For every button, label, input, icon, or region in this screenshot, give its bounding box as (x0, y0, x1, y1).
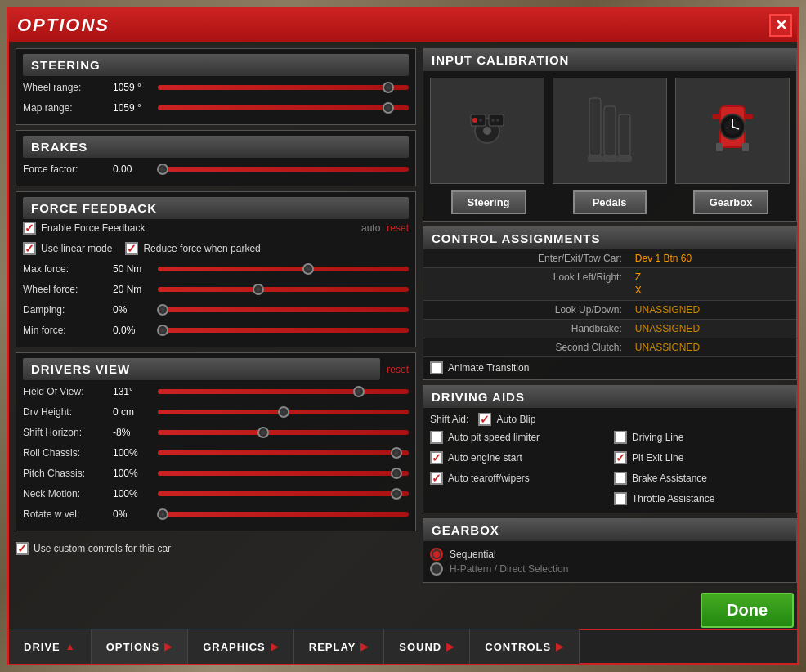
min-force-label: Min force: (23, 325, 113, 336)
shift-horizon-slider[interactable] (158, 430, 409, 435)
drivers-view-header: DRIVERS VIEW (23, 358, 380, 380)
nav-drive[interactable]: DRIVE ▲ (9, 629, 92, 664)
ctrl-name-2: Look Left/Right: (423, 268, 629, 300)
damping-row: Damping: 0% (23, 301, 409, 319)
animate-transition-checkbox[interactable] (430, 361, 443, 374)
wheel-range-slider[interactable] (158, 85, 409, 90)
ff-reset-button[interactable]: reset (387, 222, 409, 234)
max-force-slider[interactable] (158, 267, 409, 271)
pedals-device (553, 78, 667, 184)
map-range-slider[interactable] (158, 105, 409, 110)
animate-transition-label: Animate Transition (448, 362, 529, 374)
neck-motion-label: Neck Motion: (23, 488, 113, 500)
nav-sound[interactable]: SOUND ▶ (384, 629, 470, 664)
auto-pit-checkbox[interactable] (430, 431, 443, 444)
drv-height-value: 0 cm (113, 406, 158, 418)
input-calibration-section: INPUT CALIBRATION (423, 48, 797, 222)
hpattern-radio[interactable] (430, 562, 443, 576)
ctrl-row-2[interactable]: Look Left/Right: ZX (423, 268, 796, 301)
map-range-row: Map range: 1059 ° (23, 99, 409, 117)
pitch-chassis-label: Pitch Chassis: (23, 468, 113, 479)
drv-height-row: Drv Height: 0 cm (23, 403, 409, 421)
min-force-slider[interactable] (158, 328, 409, 333)
neck-motion-slider[interactable] (158, 491, 409, 496)
sequential-radio[interactable] (430, 548, 443, 561)
force-factor-row: Force factor: 0.00 (23, 160, 409, 178)
rotate-vel-slider[interactable] (158, 512, 409, 517)
ctrl-name-3: Look Up/Down: (423, 301, 629, 319)
nav-graphics[interactable]: GRAPHICS ▶ (188, 629, 294, 664)
linear-mode-label: Use linear mode (41, 243, 112, 254)
sequential-row: Sequential (430, 548, 790, 561)
enable-ff-checkbox[interactable]: ✓ (23, 222, 36, 235)
svg-rect-12 (589, 98, 601, 155)
svg-rect-25 (716, 143, 723, 151)
svg-point-11 (496, 119, 499, 122)
pitch-chassis-row: Pitch Chassis: 100% (23, 464, 409, 482)
svg-rect-16 (602, 155, 617, 162)
sound-arrow-icon: ▶ (446, 641, 454, 652)
close-button[interactable]: ✕ (769, 14, 792, 37)
rotate-vel-value: 0% (113, 508, 158, 520)
fov-slider[interactable] (158, 389, 409, 394)
drv-height-slider[interactable] (158, 410, 409, 414)
ctrl-row-5[interactable]: Second Clutch: UNASSIGNED (423, 338, 796, 357)
ctrl-header: CONTROL ASSIGNMENTS (423, 227, 796, 249)
ctrl-row-3[interactable]: Look Up/Down: UNASSIGNED (423, 301, 796, 320)
custom-controls-row: ✓ Use custom controls for this car (16, 539, 416, 558)
pit-exit-label: Pit Exit Line (632, 452, 683, 464)
steering-calib-button[interactable]: Steering (451, 190, 526, 214)
aids-header: DRIVING AIDS (423, 386, 796, 408)
aids-columns: Auto pit speed limiter ✓ Auto engine sta… (430, 428, 790, 508)
auto-reset-row: auto reset (361, 222, 409, 234)
damping-label: Damping: (23, 304, 113, 316)
hpattern-label: H-Pattern / Direct Selection (450, 563, 568, 575)
pit-exit-row: ✓ Pit Exit Line (614, 451, 790, 464)
nav-options[interactable]: OPTIONS ▶ (92, 629, 189, 664)
auto-tearoff-label: Auto tearoff/wipers (448, 473, 530, 484)
min-force-row: Min force: 0.0% (23, 321, 409, 339)
wheel-force-slider[interactable] (158, 287, 409, 292)
nav-options-label: OPTIONS (106, 641, 160, 653)
drivers-reset-button[interactable]: reset (387, 364, 409, 375)
svg-rect-4 (504, 121, 520, 128)
wheel-force-label: Wheel force: (23, 284, 113, 295)
pitch-chassis-slider[interactable] (158, 471, 409, 476)
ctrl-name-1: Enter/Exit/Tow Car: (423, 249, 629, 267)
ctrl-name-5: Second Clutch: (423, 338, 629, 356)
pit-exit-checkbox[interactable]: ✓ (614, 451, 627, 464)
driving-line-checkbox[interactable] (614, 431, 627, 444)
pedals-calib-button[interactable]: Pedals (573, 190, 647, 214)
auto-blip-checkbox[interactable]: ✓ (478, 413, 491, 426)
nav-controls[interactable]: CONTROLS ▶ (470, 629, 580, 664)
nav-sound-label: SOUND (399, 641, 441, 653)
auto-engine-checkbox[interactable]: ✓ (430, 451, 443, 464)
nav-graphics-label: GRAPHICS (203, 641, 266, 653)
drv-height-label: Drv Height: (23, 406, 113, 418)
custom-controls-checkbox[interactable]: ✓ (16, 542, 29, 555)
ctrl-value-1: Dev 1 Btn 60 (629, 249, 698, 267)
gearbox-calib-button[interactable]: Gearbox (693, 190, 769, 214)
control-assignments-section: CONTROL ASSIGNMENTS Enter/Exit/Tow Car: … (423, 226, 797, 380)
roll-chassis-slider[interactable] (158, 450, 409, 455)
nav-replay[interactable]: REPLAY ▶ (294, 629, 385, 664)
brake-assist-row: Brake Assistance (614, 472, 790, 485)
force-factor-slider[interactable] (158, 167, 409, 172)
rotate-vel-row: Rotate w vel: 0% (23, 505, 409, 523)
ctrl-row-1[interactable]: Enter/Exit/Tow Car: Dev 1 Btn 60 (423, 249, 796, 268)
window-title: OPTIONS (17, 15, 110, 36)
svg-point-10 (491, 119, 495, 122)
shift-horizon-label: Shift Horizon: (23, 427, 113, 438)
steering-section: STEERING Wheel range: 1059 ° Map range: … (16, 48, 416, 125)
done-button[interactable]: Done (701, 593, 794, 628)
linear-mode-checkbox[interactable]: ✓ (23, 242, 36, 255)
aids-right-col: Driving Line ✓ Pit Exit Line Brake Assis… (614, 428, 790, 508)
reduce-force-checkbox[interactable]: ✓ (125, 242, 138, 255)
throttle-assist-checkbox[interactable] (614, 492, 627, 505)
damping-slider[interactable] (158, 307, 409, 312)
sequential-label: Sequential (450, 549, 496, 560)
force-factor-value: 0.00 (113, 164, 158, 175)
auto-tearoff-checkbox[interactable]: ✓ (430, 472, 443, 485)
brake-assist-checkbox[interactable] (614, 472, 627, 485)
ctrl-row-4[interactable]: Handbrake: UNASSIGNED (423, 320, 796, 338)
